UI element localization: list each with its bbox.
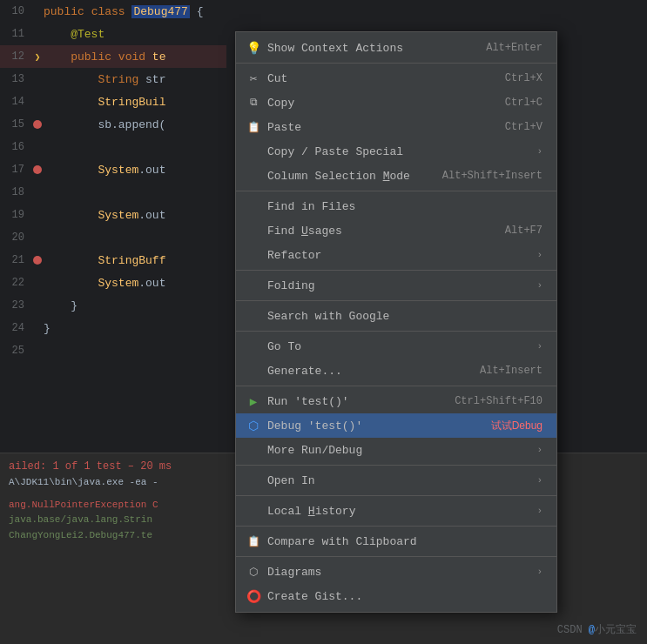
generate-label: Generate...: [267, 365, 462, 378]
watermark: CSDN @小元宝宝: [557, 622, 637, 637]
menu-item-generate[interactable]: Generate... Alt+Insert: [236, 359, 556, 383]
separator-2: [236, 191, 556, 191]
find-usages-label: Find Usages: [267, 225, 488, 238]
separator-8: [236, 495, 556, 496]
code-line-13: 13 String str: [0, 68, 226, 91]
menu-item-folding[interactable]: Folding ›: [236, 273, 556, 298]
watermark-suffix: 小元宝宝: [595, 624, 637, 636]
menu-item-local-history[interactable]: Local History ›: [236, 499, 556, 523]
context-menu: 💡 Show Context Actions Alt+Enter ✂ Cut C…: [235, 31, 557, 613]
menu-item-copy[interactable]: ⧉ Copy Ctrl+C: [236, 91, 556, 115]
more-run-debug-icon: [245, 441, 262, 459]
separator-3: [236, 270, 556, 271]
code-line-17: 17 System.out: [0, 158, 226, 181]
code-line-12: 12 ❯ public void te: [0, 45, 226, 68]
more-run-debug-label: More Run/Debug: [267, 444, 529, 457]
find-in-files-label: Find in Files: [267, 200, 543, 213]
code-line-16: 16: [0, 136, 226, 158]
menu-item-create-gist[interactable]: ⭕ Create Gist...: [236, 584, 556, 608]
menu-item-goto[interactable]: Go To ›: [236, 334, 556, 359]
generate-icon: [245, 362, 262, 379]
code-line-19: 19 System.out: [0, 204, 226, 226]
refactor-arrow: ›: [536, 250, 543, 260]
menu-item-run[interactable]: ▶ Run 'test()' Ctrl+Shift+F10: [236, 389, 556, 413]
find-usages-icon: [245, 222, 262, 239]
run-icon: ▶: [245, 392, 262, 410]
copy-shortcut: Ctrl+C: [488, 97, 543, 109]
separator-6: [236, 386, 556, 386]
open-in-icon: [245, 472, 262, 489]
watermark-at: @: [589, 624, 595, 636]
compare-clipboard-icon: 📋: [245, 533, 262, 550]
search-google-label: Search with Google: [267, 310, 543, 323]
watermark-prefix: CSDN: [557, 624, 589, 636]
menu-item-more-run-debug[interactable]: More Run/Debug ›: [236, 438, 556, 462]
menu-item-diagrams[interactable]: ⬡ Diagrams ›: [236, 560, 556, 584]
separator-7: [236, 465, 556, 466]
folding-arrow: ›: [536, 280, 543, 291]
menu-item-cut[interactable]: ✂ Cut Ctrl+X: [236, 66, 556, 91]
copy-icon: ⧉: [245, 94, 262, 111]
menu-item-open-in[interactable]: Open In ›: [236, 468, 556, 493]
folding-icon: [245, 277, 262, 294]
goto-label: Go To: [267, 340, 529, 353]
menu-item-show-context-actions[interactable]: 💡 Show Context Actions Alt+Enter: [236, 36, 556, 60]
menu-item-debug[interactable]: ⬡ Debug 'test()' 试试Debug: [236, 413, 556, 438]
folding-label: Folding: [267, 279, 529, 292]
menu-item-compare-clipboard[interactable]: 📋 Compare with Clipboard: [236, 529, 556, 553]
create-gist-label: Create Gist...: [267, 590, 543, 603]
cut-icon: ✂: [245, 70, 262, 87]
code-line-10: 10 public class Debug477 {: [0, 0, 226, 23]
find-in-files-icon: [245, 198, 262, 215]
code-line-21: 21 StringBuff: [0, 249, 226, 272]
goto-arrow: ›: [536, 341, 543, 352]
show-context-actions-shortcut: Alt+Enter: [468, 42, 543, 54]
code-line-11: 11 @Test: [0, 23, 226, 45]
menu-item-paste[interactable]: 📋 Paste Ctrl+V: [236, 115, 556, 139]
generate-shortcut: Alt+Insert: [462, 365, 543, 377]
debug-chinese-label: 试试Debug: [491, 419, 543, 433]
open-in-label: Open In: [267, 474, 529, 487]
local-history-icon: [245, 502, 262, 520]
run-shortcut: Ctrl+Shift+F10: [437, 395, 543, 407]
column-selection-label: Column Selection Mode: [267, 170, 425, 183]
debug-label: Debug 'test()': [267, 419, 484, 433]
run-label: Run 'test()': [267, 395, 437, 408]
copy-label: Copy: [267, 97, 488, 110]
column-selection-icon: [245, 167, 262, 184]
separator-9: [236, 526, 556, 527]
menu-item-find-in-files[interactable]: Find in Files: [236, 194, 556, 218]
code-line-14: 14 StringBuil: [0, 91, 226, 113]
code-line-20: 20: [0, 226, 226, 249]
code-line-23: 23 }: [0, 294, 226, 317]
paste-icon: 📋: [245, 118, 262, 136]
menu-item-refactor[interactable]: Refactor ›: [236, 243, 556, 267]
create-gist-icon: ⭕: [245, 587, 262, 605]
more-run-debug-arrow: ›: [536, 445, 543, 455]
menu-item-find-usages[interactable]: Find Usages Alt+F7: [236, 218, 556, 243]
search-google-icon: [245, 307, 262, 325]
code-line-25: 25: [0, 339, 226, 362]
menu-item-search-google[interactable]: Search with Google: [236, 304, 556, 328]
copy-paste-special-arrow: ›: [536, 146, 543, 157]
copy-paste-special-icon: [245, 143, 262, 160]
copy-paste-special-label: Copy / Paste Special: [267, 145, 529, 158]
paste-shortcut: Ctrl+V: [488, 121, 543, 133]
code-line-22: 22 System.out: [0, 272, 226, 294]
goto-icon: [245, 338, 262, 355]
menu-item-column-selection[interactable]: Column Selection Mode Alt+Shift+Insert: [236, 164, 556, 188]
menu-item-copy-paste-special[interactable]: Copy / Paste Special ›: [236, 139, 556, 164]
separator-1: [236, 63, 556, 64]
failed-text: ailed: 1 of 1 test – 20 ms: [9, 460, 172, 473]
show-context-actions-label: Show Context Actions: [267, 42, 468, 55]
find-usages-shortcut: Alt+F7: [488, 225, 543, 237]
column-selection-shortcut: Alt+Shift+Insert: [425, 170, 543, 182]
code-line-15: 15 sb.append(: [0, 113, 226, 136]
code-line-18: 18: [0, 181, 226, 204]
paste-label: Paste: [267, 121, 488, 134]
cut-shortcut: Ctrl+X: [488, 72, 543, 84]
separator-10: [236, 556, 556, 557]
separator-4: [236, 300, 556, 301]
diagrams-label: Diagrams: [267, 566, 529, 579]
open-in-arrow: ›: [536, 475, 543, 486]
